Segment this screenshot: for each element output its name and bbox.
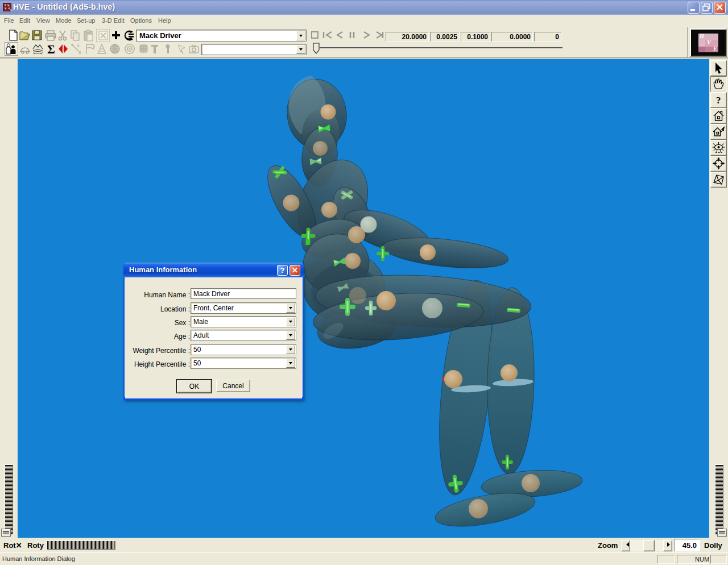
svg-text:?: ?	[716, 95, 721, 106]
svg-text:A: A	[77, 44, 80, 48]
svg-text:Σ: Σ	[47, 43, 55, 56]
svg-text:B: B	[78, 51, 81, 55]
